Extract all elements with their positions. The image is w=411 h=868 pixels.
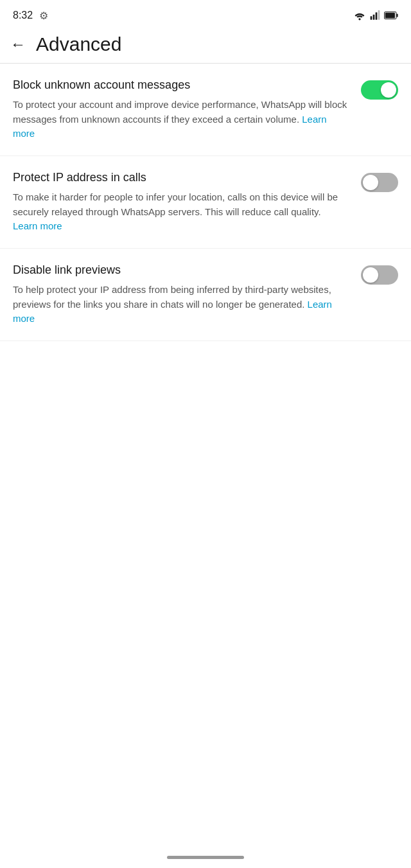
- svg-rect-6: [396, 13, 398, 17]
- toggle-protect-ip[interactable]: [361, 173, 398, 192]
- signal-icon: [370, 10, 380, 21]
- setting-desc-protect-ip: To make it harder for people to infer yo…: [13, 190, 348, 234]
- setting-text-block-unknown: Block unknown account messages To protec…: [13, 78, 361, 141]
- status-icons: [353, 10, 398, 21]
- svg-rect-2: [373, 15, 375, 20]
- setting-item-protect-ip: Protect IP address in calls To make it h…: [0, 156, 411, 249]
- svg-rect-4: [378, 10, 380, 20]
- home-indicator: [167, 856, 244, 859]
- settings-status-icon: ⚙: [39, 10, 48, 22]
- back-button[interactable]: ←: [10, 37, 26, 52]
- setting-title-disable-link-previews: Disable link previews: [13, 263, 348, 278]
- setting-item-disable-link-previews: Disable link previews To help protect yo…: [0, 249, 411, 341]
- setting-desc-block-unknown: To protect your account and improve devi…: [13, 98, 348, 141]
- toggle-knob-protect-ip: [363, 175, 378, 190]
- toolbar: ← Advanced: [0, 28, 411, 63]
- learn-more-link-block-unknown[interactable]: Learn more: [13, 114, 327, 139]
- setting-title-protect-ip: Protect IP address in calls: [13, 170, 348, 185]
- svg-point-0: [358, 18, 360, 20]
- toggle-wrapper-disable-link-previews: [361, 263, 398, 285]
- toggle-wrapper-block-unknown: [361, 78, 398, 100]
- setting-desc-disable-link-previews: To help protect your IP address from bei…: [13, 283, 348, 326]
- setting-item-block-unknown: Block unknown account messages To protec…: [0, 64, 411, 156]
- settings-list: Block unknown account messages To protec…: [0, 64, 411, 341]
- svg-rect-7: [385, 13, 395, 18]
- status-time: 8:32: [13, 10, 33, 21]
- toggle-wrapper-protect-ip: [361, 170, 398, 192]
- setting-title-block-unknown: Block unknown account messages: [13, 78, 348, 93]
- learn-more-link-protect-ip[interactable]: Learn more: [13, 220, 62, 231]
- setting-text-disable-link-previews: Disable link previews To help protect yo…: [13, 263, 361, 326]
- svg-rect-3: [376, 12, 378, 19]
- svg-rect-1: [371, 16, 372, 19]
- toggle-block-unknown[interactable]: [361, 80, 398, 100]
- wifi-icon: [353, 10, 366, 21]
- learn-more-link-disable-link-previews[interactable]: Learn more: [13, 299, 332, 324]
- toggle-disable-link-previews[interactable]: [361, 265, 398, 285]
- toggle-knob-disable-link-previews: [363, 267, 378, 283]
- toggle-knob-block-unknown: [381, 82, 396, 98]
- battery-icon: [384, 11, 398, 20]
- page-title: Advanced: [36, 33, 121, 55]
- setting-text-protect-ip: Protect IP address in calls To make it h…: [13, 170, 361, 234]
- status-bar: 8:32 ⚙: [0, 0, 411, 28]
